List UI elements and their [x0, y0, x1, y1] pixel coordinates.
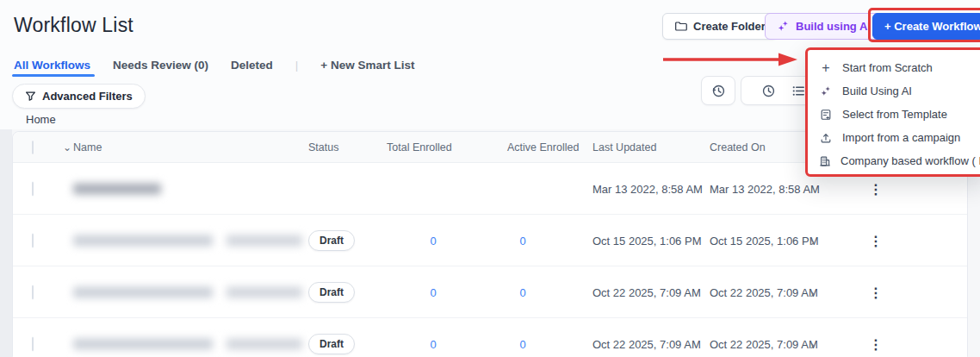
sparkles-icon [777, 20, 790, 33]
column-header-status: Status [308, 141, 338, 153]
redacted-workflow-name [73, 235, 213, 246]
column-header-name: Name [73, 141, 102, 153]
redacted-workflow-name [226, 338, 302, 349]
history-button[interactable] [701, 76, 735, 105]
table-row[interactable]: Draft 0 0 Oct 22 2025, 7:09 AM Oct 22 20… [13, 318, 967, 357]
expand-row-icon[interactable]: › [810, 285, 815, 299]
column-header-created-on: Created On [710, 141, 766, 153]
import-icon [819, 132, 833, 144]
row-checkbox[interactable] [32, 233, 34, 247]
created-on-value: Oct 22 2025, 7:09 AM [710, 285, 818, 298]
tab-divider: | [295, 59, 299, 72]
column-header-last-updated: Last Updated [592, 141, 656, 153]
clock-icon[interactable] [761, 84, 776, 98]
column-header-total-enrolled: Total Enrolled [387, 141, 452, 153]
total-enrolled-link[interactable]: 0 [421, 285, 445, 298]
sparkles-icon [819, 85, 833, 97]
page-gutter [0, 129, 12, 357]
menu-item-label: Build Using AI [842, 85, 912, 97]
row-actions-menu-icon[interactable]: ⋮ [869, 232, 883, 248]
advanced-filters-label: Advanced Filters [42, 90, 133, 103]
table-row[interactable]: Draft 0 0 Oct 15 2025, 1:06 PM Oct 15 20… [13, 215, 967, 266]
row-checkbox[interactable] [32, 336, 34, 351]
template-icon [819, 109, 833, 121]
created-on-value: Mar 13 2022, 8:58 AM [710, 182, 820, 195]
row-checkbox[interactable] [32, 285, 34, 299]
active-enrolled-link[interactable]: 0 [511, 337, 535, 350]
folder-icon [674, 20, 687, 33]
last-updated-value: Mar 13 2022, 8:58 AM [592, 182, 703, 195]
redacted-workflow-name [226, 286, 302, 298]
last-updated-value: Oct 22 2025, 7:09 AM [592, 285, 701, 298]
page-title: Workflow List [14, 14, 133, 37]
column-header-active-enrolled: Active Enrolled [507, 141, 579, 153]
menu-item-start-from-scratch[interactable]: + Start from Scratch [808, 56, 980, 79]
breadcrumb[interactable]: Home [26, 113, 56, 126]
new-smart-list-button[interactable]: + New Smart List [320, 59, 414, 72]
row-actions-menu-icon[interactable]: ⋮ [869, 284, 883, 300]
company-icon [819, 155, 831, 167]
build-using-ai-button[interactable]: Build using AI [765, 13, 883, 40]
active-tab-underline [12, 74, 95, 77]
list-view-icon[interactable] [791, 84, 806, 98]
row-actions-menu-icon[interactable]: ⋮ [869, 180, 883, 197]
expand-row-icon[interactable]: › [810, 233, 815, 247]
status-badge: Draft [308, 282, 355, 303]
menu-item-import-from-campaign[interactable]: Import from a campaign [808, 126, 980, 149]
status-badge: Draft [308, 230, 355, 251]
tab-deleted[interactable]: Deleted [231, 59, 273, 72]
menu-item-label: Company based workflow ( Beta ) [840, 154, 980, 167]
create-folder-button[interactable]: Create Folder [662, 13, 778, 40]
row-actions-menu-icon[interactable]: ⋮ [869, 335, 883, 352]
created-on-value: Oct 15 2025, 1:06 PM [710, 234, 818, 247]
table-row[interactable]: Draft 0 0 Oct 22 2025, 7:09 AM Oct 22 20… [13, 266, 967, 318]
redacted-workflow-name [73, 286, 213, 298]
menu-item-label: Import from a campaign [842, 131, 960, 144]
funnel-icon [25, 91, 36, 102]
redacted-workflow-name [226, 235, 302, 246]
total-enrolled-link[interactable]: 0 [421, 234, 445, 247]
menu-item-label: Start from Scratch [842, 61, 933, 74]
redacted-workflow-name [73, 183, 161, 194]
create-workflow-button[interactable]: + Create Workflow [872, 13, 980, 40]
select-all-checkbox[interactable] [32, 141, 34, 154]
create-workflow-dropdown: + Start from Scratch Build Using AI Sele… [805, 47, 980, 177]
chevron-down-icon[interactable]: ⌄ [63, 141, 71, 153]
build-using-ai-label: Build using AI [796, 20, 871, 33]
active-enrolled-link[interactable]: 0 [511, 234, 535, 247]
redacted-workflow-name [73, 338, 213, 349]
menu-item-select-from-template[interactable]: Select from Template [808, 103, 980, 126]
create-workflow-label: + Create Workflow [884, 20, 980, 33]
tab-needs-review[interactable]: Needs Review (0) [113, 59, 208, 72]
row-checkbox[interactable] [32, 181, 34, 196]
status-badge: Draft [308, 334, 355, 354]
create-folder-label: Create Folder [693, 20, 766, 33]
menu-item-build-using-ai[interactable]: Build Using AI [808, 79, 980, 103]
workflow-list-page: Workflow List All Workflows Needs Review… [0, 0, 980, 357]
menu-item-label: Select from Template [842, 108, 947, 121]
history-clock-icon [711, 84, 726, 98]
active-enrolled-link[interactable]: 0 [511, 285, 535, 298]
advanced-filters-button[interactable]: Advanced Filters [12, 84, 146, 109]
last-updated-value: Oct 22 2025, 7:09 AM [592, 337, 701, 350]
menu-item-company-based-workflow[interactable]: Company based workflow ( Beta ) [808, 149, 980, 172]
expand-row-icon[interactable]: › [810, 336, 815, 351]
last-updated-value: Oct 15 2025, 1:06 PM [592, 234, 701, 247]
tab-all-workflows[interactable]: All Workflows [14, 59, 90, 72]
created-on-value: Oct 22 2025, 7:09 AM [710, 337, 818, 350]
total-enrolled-link[interactable]: 0 [421, 337, 445, 350]
plus-icon: + [819, 61, 833, 75]
